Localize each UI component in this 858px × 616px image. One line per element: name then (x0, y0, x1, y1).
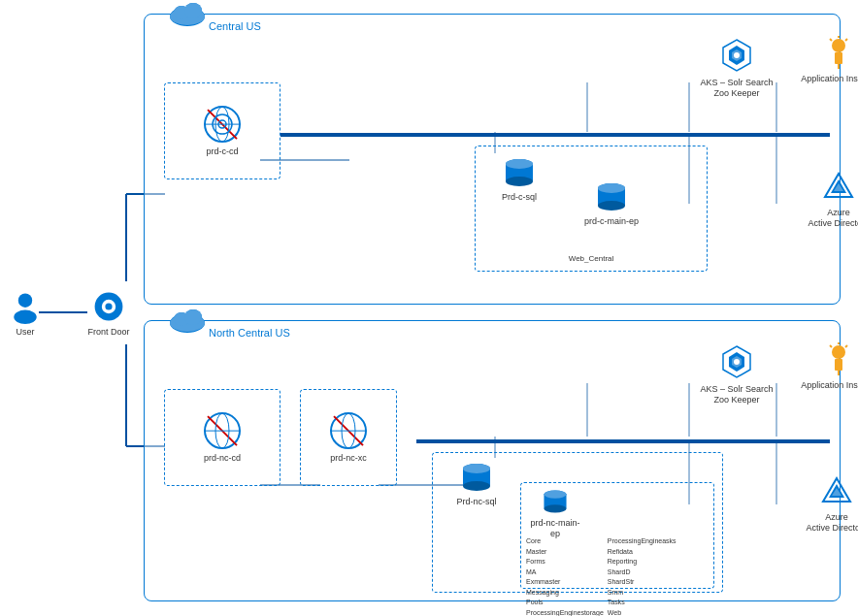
prd-c-cd-icon-box: prd-c-cd (183, 105, 261, 157)
svg-point-91 (734, 359, 740, 365)
svg-point-24 (105, 303, 112, 309)
front-door-label: Front Door (87, 327, 129, 338)
user-label: User (16, 327, 34, 338)
svg-point-48 (734, 52, 740, 58)
prd-c-sql-icon-box: Prd-c-sql (485, 156, 553, 203)
nc-service-item: Pools (526, 598, 604, 608)
nc-service-item: Messaging (526, 588, 604, 599)
aks-solr-nc-label: AKS – Solr Search Zoo Keeper (700, 384, 773, 405)
nc-service-item: Reporting (608, 557, 676, 567)
svg-point-40 (506, 159, 533, 169)
nc-xc-box: prd-nc-xc (300, 389, 397, 486)
nc-service-item: ProcessingEnginestorage (526, 608, 604, 617)
nc-service-item: Refidata (608, 547, 676, 558)
aks-solr-central-box: AKS – Solr Search Zoo Keeper (698, 36, 776, 99)
svg-point-87 (544, 490, 566, 498)
nc-sql-box: Prd-nc-sql prd-nc-main-ep CoreMasterForm… (432, 452, 723, 593)
nc-service-item: Tasks (608, 598, 676, 608)
svg-line-95 (830, 345, 832, 347)
nc-service-item: Smm (608, 588, 676, 599)
app-insights-nc-label: Application Insights (801, 380, 858, 391)
prd-nc-cd-icon (203, 411, 242, 450)
diagram: User Front Door Central US (0, 0, 858, 616)
svg-point-44 (598, 183, 625, 193)
svg-rect-96 (835, 359, 842, 371)
prd-nc-sql-icon-box: Prd-nc-sql (443, 461, 511, 507)
azure-ad-nc-icon (819, 474, 854, 509)
prd-nc-xc-icon-box: prd-nc-xc (310, 411, 387, 464)
nc-sql-icon (460, 461, 493, 494)
prd-nc-xc-icon (329, 411, 368, 450)
svg-point-20 (18, 294, 32, 308)
svg-point-83 (463, 464, 490, 473)
web-central-label: Web_Central (569, 254, 614, 263)
north-central-us-label: North Central US (209, 327, 290, 339)
azure-ad-central-box: Azure Active Directory (805, 170, 858, 229)
nc-service-item: Web (608, 608, 676, 617)
svg-point-71 (184, 309, 202, 325)
nc-services-left: CoreMasterFormsMAExmmasterMessagingPools… (526, 536, 604, 616)
nc-main-ep-inner-box: prd-nc-main-ep CoreMasterFormsMAExmmaste… (520, 482, 714, 589)
central-cd-box: prd-c-cd (164, 82, 280, 179)
svg-point-30 (184, 3, 202, 18)
central-hbar (280, 133, 830, 137)
nc-service-item: Master (526, 547, 604, 558)
nc-service-item: ShardStr (608, 577, 676, 588)
svg-point-49 (832, 39, 845, 52)
svg-point-92 (832, 345, 845, 359)
nc-service-item: Forms (526, 557, 604, 567)
svg-point-86 (544, 504, 566, 512)
prd-c-cd-icon (203, 105, 242, 144)
app-insights-central-box: Application Insights (800, 36, 858, 84)
svg-point-43 (598, 201, 625, 211)
app-insights-nc-icon (821, 342, 856, 377)
azure-ad-icon (821, 170, 856, 205)
prd-c-sql-label: Prd-c-sql (502, 192, 537, 203)
nc-service-item: ShardD (608, 567, 676, 578)
nc-cd-box: prd-nc-cd (164, 389, 280, 486)
app-insights-central-label: Application Insights (801, 74, 858, 84)
central-us-label: Central US (209, 20, 261, 32)
central-sql-box: Prd-c-sql prd-c-main-ep Web_Central (475, 146, 708, 272)
prd-nc-sql-label: Prd-nc-sql (456, 497, 496, 507)
aks-nc-icon (717, 342, 756, 381)
azure-ad-central-label: Azure Active Directory (808, 208, 858, 229)
sql-main-icon (595, 180, 628, 213)
svg-point-82 (463, 481, 490, 491)
user-icon-box: User (4, 289, 47, 338)
front-door-icon (91, 289, 126, 324)
nc-service-item: ProcessingEngineasks (608, 536, 676, 547)
prd-nc-main-ep-icon-box: prd-nc-main-ep (526, 488, 584, 539)
central-cloud-icon (168, 0, 207, 26)
app-insights-icon (821, 36, 856, 71)
svg-line-52 (830, 39, 832, 41)
prd-nc-cd-icon-box: prd-nc-cd (183, 411, 261, 464)
nc-cloud-icon (168, 304, 207, 333)
aks-solr-nc-box: AKS – Solr Search Zoo Keeper (698, 342, 776, 405)
aks-icon (717, 36, 756, 75)
svg-point-21 (14, 310, 36, 324)
prd-c-cd-label: prd-c-cd (206, 146, 238, 157)
azure-ad-nc-box: Azure Active Directory (803, 474, 858, 534)
nc-main-ep-sql-icon (542, 488, 569, 515)
north-central-us-region: North Central US prd-nc-cd (144, 320, 841, 601)
app-insights-nc-box: Application Insights (800, 342, 858, 391)
azure-ad-nc-label: Azure Active Directory (806, 512, 858, 534)
svg-line-51 (845, 39, 847, 41)
aks-solr-central-label: AKS – Solr Search Zoo Keeper (700, 78, 773, 99)
user-icon (8, 289, 43, 324)
prd-nc-cd-label: prd-nc-cd (204, 453, 241, 464)
svg-point-39 (506, 177, 533, 186)
svg-rect-53 (835, 52, 842, 64)
prd-c-main-ep-label: prd-c-main-ep (584, 216, 639, 227)
nc-services-right: ProcessingEngineasksRefidataReportingSha… (608, 536, 676, 616)
central-us-region: Central US prd-c-cd (144, 14, 841, 305)
sql-icon (503, 156, 536, 189)
nc-service-item: Exmmaster (526, 577, 604, 588)
svg-line-94 (845, 345, 847, 347)
prd-c-main-ep-icon-box: prd-c-main-ep (573, 180, 650, 227)
nc-hbar (416, 439, 830, 443)
nc-service-item: Core (526, 536, 604, 547)
front-door-icon-box: Front Door (85, 289, 132, 338)
nc-service-item: MA (526, 567, 604, 578)
